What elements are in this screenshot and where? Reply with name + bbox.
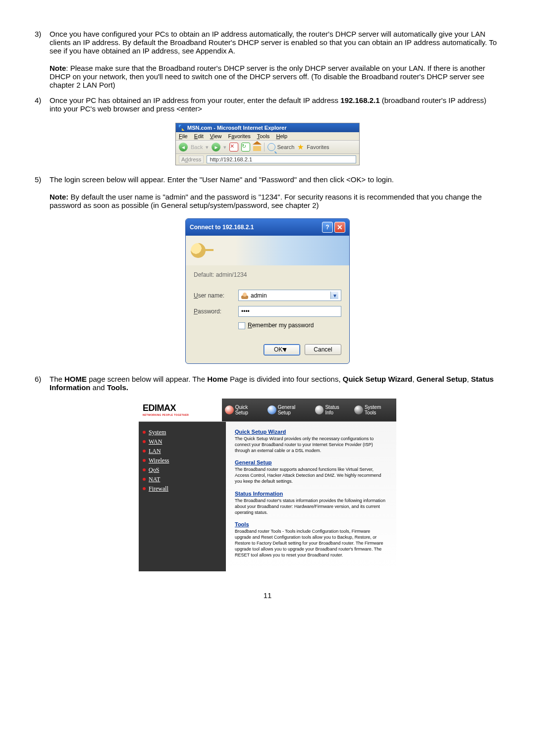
section-general-setup: General Setup The Broadband router suppo… [235, 459, 387, 484]
default-credentials-label: Default: admin/1234 [194, 271, 341, 278]
back-button[interactable]: ◄ [179, 143, 188, 151]
step-4-number: 4) [35, 96, 50, 113]
default-ip: 192.168.2.1 [340, 96, 379, 104]
search-button[interactable]: Search [268, 143, 294, 151]
bullet-icon [143, 450, 146, 453]
home-button[interactable] [253, 143, 261, 151]
sidebar-item-system[interactable]: System [143, 429, 222, 436]
ball-icon [354, 405, 363, 414]
section-title[interactable]: General Setup [235, 459, 387, 465]
tab-status-info[interactable]: Status Info [312, 404, 351, 415]
dropdown-arrow-icon[interactable]: ▾ [330, 292, 338, 299]
ball-icon [225, 405, 234, 414]
section-title[interactable]: Status Information [235, 491, 387, 497]
menu-view[interactable]: ViewView [210, 133, 222, 139]
step-5-number: 5) [35, 175, 50, 209]
section-body: The Quick Setup Wizard provides only the… [235, 436, 387, 454]
section-status-info: Status Information The Broadband router'… [235, 491, 387, 515]
menu-file[interactable]: FFileile [179, 133, 188, 139]
login-body: Default: admin/1234 User name:User name:… [186, 265, 349, 363]
close-button[interactable]: ✕ [334, 222, 345, 233]
sidebar-item-nat[interactable]: NAT [143, 476, 222, 483]
section-quick-setup: Quick Setup Wizard The Quick Setup Wizar… [235, 429, 387, 454]
brand-name: EDIMAX [143, 403, 176, 413]
home-body: System WAN LAN Wireless QoS NAT Firewall… [139, 422, 396, 571]
favorites-star-icon: ★ [297, 143, 304, 151]
sidebar-item-qos[interactable]: QoS [143, 466, 222, 474]
menu-edit[interactable]: EditEdit [194, 133, 204, 139]
sidebar-item-lan[interactable]: LAN [143, 448, 222, 455]
stop-button[interactable]: ✕ [229, 143, 238, 151]
cancel-button[interactable]: Cancel [305, 344, 341, 355]
note-label: Note [50, 64, 66, 72]
section-body: The Broadband router's status informatio… [235, 498, 387, 515]
bullet-icon [143, 487, 146, 490]
remember-checkbox[interactable] [238, 322, 245, 329]
ie-logo-icon [179, 125, 185, 131]
password-input[interactable]: •••• [238, 306, 341, 317]
remember-password-row[interactable]: Remember my passwordRemember my password [238, 319, 341, 332]
sidebar-item-firewall[interactable]: Firewall [143, 485, 222, 493]
ie-titlebar: MSN.com - Microsoft Internet Explorer [176, 123, 359, 132]
address-input[interactable]: http://192.168.2.1 [207, 155, 356, 163]
step-3-number: 3) [35, 30, 50, 89]
step-4: 4) Once your PC has obtained an IP addre… [35, 96, 500, 113]
home-main: Quick Setup Wizard The Quick Setup Wizar… [226, 422, 396, 571]
bullet-icon [143, 440, 146, 443]
sidebar-item-wan[interactable]: WAN [143, 438, 222, 446]
toolbar-separator [264, 143, 265, 151]
note-label-5: Note: [50, 193, 68, 201]
step-3-text: Once you have configured your PCs to obt… [50, 30, 497, 55]
forward-button[interactable]: ► [212, 143, 220, 151]
step-5-note: Note: By default the user name is "admin… [50, 193, 500, 209]
section-title[interactable]: Quick Setup Wizard [235, 429, 387, 435]
back-label: Back [191, 144, 203, 150]
username-input[interactable]: admin ▾ [238, 290, 341, 301]
step-3-body: Once you have configured your PCs to obt… [50, 30, 500, 89]
step-3-note: Note: Please make sure that the Broadban… [50, 64, 500, 89]
search-icon [268, 143, 275, 151]
login-dialog: Connect to 192.168.2.1 ? ✕ Default: admi… [185, 218, 350, 364]
section-tools: Tools Broadband router Tools - Tools inc… [235, 521, 387, 558]
tab-general-setup[interactable]: General Setup [265, 404, 312, 415]
menu-tools[interactable]: ToolsTools [257, 133, 270, 139]
tab-system-tools[interactable]: System Tools [351, 404, 396, 415]
ball-icon [315, 405, 324, 414]
login-titlebar: Connect to 192.168.2.1 ? ✕ [186, 219, 349, 236]
home-page-figure: EDIMAX NETWORKING PEOPLE TOGETHER Quick … [139, 399, 396, 571]
note-text-5: By default the user name is "admin" and … [50, 193, 482, 209]
login-banner [186, 236, 349, 265]
section-body: Broadband router Tools - Tools include C… [235, 528, 387, 558]
bullet-icon [143, 468, 146, 471]
username-value: admin [251, 292, 267, 299]
ok-button[interactable]: OK [264, 344, 300, 355]
tab-quick-setup[interactable]: Quick Setup [222, 404, 265, 415]
home-tabs: Quick Setup General Setup Status Info Sy… [222, 399, 396, 421]
key-icon [191, 243, 206, 258]
cursor-icon [283, 347, 289, 353]
page-number: 11 [35, 591, 500, 600]
favorites-button[interactable]: Favorites [307, 144, 329, 150]
section-title[interactable]: Tools [235, 521, 387, 527]
ie-menubar: FFileile EditEdit ViewView FavoritesFavo… [176, 132, 359, 141]
brand-logo: EDIMAX NETWORKING PEOPLE TOGETHER [139, 399, 222, 421]
sidebar-item-wireless[interactable]: Wireless [143, 457, 222, 464]
password-value: •••• [241, 308, 250, 315]
ie-toolbar: ◄ Back ▾ ► ▾ ✕ ↻ Search ★ Favorites [176, 141, 359, 154]
section-body: The Broadband router supports advanced f… [235, 466, 387, 484]
menu-favorites[interactable]: FavoritesFavorites [228, 133, 251, 139]
step-5-text: The login screen below will appear. Ente… [50, 175, 394, 184]
brand-tagline: NETWORKING PEOPLE TOGETHER [143, 413, 189, 416]
step-4-text-a: Once your PC has obtained an IP address … [50, 96, 340, 104]
ie-addressbar: AddressAddress http://192.168.2.1 [176, 154, 359, 165]
password-label: Password:Password: [194, 303, 238, 319]
help-button[interactable]: ? [322, 222, 333, 233]
menu-help[interactable]: HelpHelp [276, 133, 287, 139]
username-label: User name:User name: [194, 287, 238, 303]
step-4-body: Once your PC has obtained an IP address … [50, 96, 500, 113]
bullet-icon [143, 459, 146, 462]
ie-window-title: MSN.com - Microsoft Internet Explorer [187, 125, 286, 131]
step-5-body: The login screen below will appear. Ente… [50, 175, 500, 209]
refresh-button[interactable]: ↻ [241, 143, 250, 151]
note-text: : Please make sure that the Broadband ro… [50, 64, 485, 89]
